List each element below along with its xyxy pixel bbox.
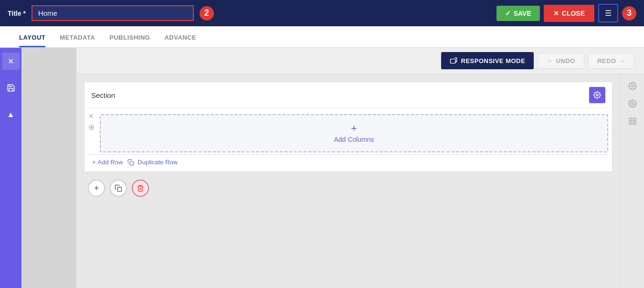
tab-publishing[interactable]: PUBLISHING (109, 29, 150, 47)
right-panel-grid-icon[interactable] (628, 117, 637, 128)
canvas-area: RESPONSIVE MODE ← UNDO REDO → Section (76, 48, 644, 288)
check-icon: ✓ (505, 10, 511, 17)
canvas-inner: Section ✕ ⊕ (76, 74, 644, 288)
svg-rect-2 (130, 161, 134, 165)
sidebar-gray-area (21, 48, 76, 288)
close-button[interactable]: ✕ CLOSE (544, 5, 594, 22)
step-badge-3: 3 (622, 6, 636, 21)
tab-advance[interactable]: ADVANCE (164, 29, 196, 47)
save-button[interactable]: ✓ SAVE (496, 6, 540, 21)
svg-point-1 (596, 94, 598, 96)
tab-layout[interactable]: LAYOUT (19, 29, 45, 47)
plus-icon: + (92, 159, 96, 166)
svg-rect-6 (629, 118, 632, 120)
section-title: Section (91, 91, 115, 99)
add-columns-icon: + (351, 123, 357, 134)
add-section-button[interactable]: + (88, 180, 105, 197)
copy-section-button[interactable] (110, 180, 127, 197)
canvas-content: Section ✕ ⊕ (76, 74, 620, 288)
undo-button[interactable]: ← UNDO (538, 53, 584, 69)
bottom-actions: + (84, 172, 620, 204)
svg-point-5 (631, 103, 633, 105)
row-area: ✕ ⊕ + Add Columns + Add Row (84, 108, 612, 171)
right-panel (620, 74, 644, 288)
add-columns-area[interactable]: + Add Columns (100, 114, 608, 152)
header-right: ✓ SAVE ✕ CLOSE ☰ 3 (496, 4, 636, 22)
svg-rect-7 (633, 118, 635, 120)
left-sidebar: ✕ ▲ (0, 48, 76, 288)
section-container: Section ✕ ⊕ (84, 82, 612, 172)
tab-metadata[interactable]: METADATA (60, 29, 95, 47)
add-row-button[interactable]: + Add Row (92, 159, 123, 166)
title-input[interactable] (32, 5, 194, 21)
redo-icon: → (619, 57, 626, 64)
title-label: Title * (8, 10, 26, 17)
sidebar-up-button[interactable]: ▲ (2, 106, 20, 123)
main-area: ✕ ▲ RESPONSIVE MODE ← (0, 48, 644, 288)
svg-rect-0 (450, 59, 455, 64)
sidebar-close-button[interactable]: ✕ (2, 53, 20, 70)
svg-rect-3 (117, 187, 122, 192)
hamburger-icon: ☰ (605, 9, 612, 18)
right-panel-row-settings-icon[interactable] (628, 99, 637, 110)
svg-rect-8 (629, 122, 632, 125)
undo-icon: ← (547, 57, 553, 64)
sidebar-save-button[interactable] (2, 79, 20, 96)
row-move-button[interactable]: ⊕ (88, 123, 95, 132)
canvas-toolbar: RESPONSIVE MODE ← UNDO REDO → (76, 48, 644, 74)
right-panel-settings-icon[interactable] (628, 82, 637, 93)
row-close-button[interactable]: ✕ (88, 112, 94, 120)
svg-point-4 (631, 85, 633, 87)
add-columns-text: Add Columns (334, 136, 374, 143)
section-settings-button[interactable] (589, 87, 605, 103)
section-header: Section (84, 82, 612, 108)
duplicate-row-button[interactable]: Duplicate Row (127, 159, 178, 166)
tab-bar: LAYOUT METADATA PUBLISHING ADVANCE (0, 26, 644, 48)
sidebar-strip: ✕ ▲ (0, 48, 21, 288)
redo-button[interactable]: REDO → (588, 53, 634, 69)
delete-section-button[interactable] (132, 180, 149, 197)
menu-button[interactable]: ☰ (598, 4, 618, 22)
responsive-mode-button[interactable]: RESPONSIVE MODE (441, 52, 534, 69)
row-actions: + Add Row Duplicate Row (88, 154, 608, 166)
svg-rect-9 (633, 122, 635, 125)
top-header: Title * 2 ✓ SAVE ✕ CLOSE ☰ 3 (0, 0, 644, 26)
step-badge-2: 2 (200, 6, 214, 21)
x-icon: ✕ (553, 10, 559, 17)
